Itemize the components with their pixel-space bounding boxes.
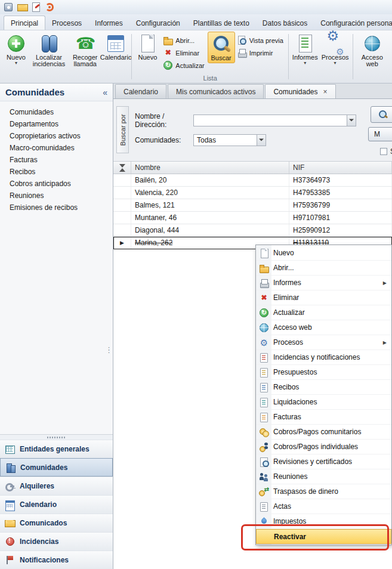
menu-item-impuestos[interactable]: Impuestos [256, 514, 391, 529]
menu-item-liquidaciones[interactable]: Liquidaciones [256, 395, 391, 410]
menu-item-reactivar[interactable]: Reactivar [256, 529, 391, 544]
menu-item-revisiones-y-certificados[interactable]: Revisiones y certificados [256, 454, 391, 469]
app-icon[interactable] [2, 1, 14, 13]
chevron-down-icon[interactable] [347, 115, 356, 126]
invoices-doc-icon [259, 412, 269, 422]
nav-notificaciones[interactable]: Notificaciones [0, 551, 113, 569]
gears-icon [326, 34, 345, 53]
budget-doc-icon [259, 367, 269, 378]
submenu-arrow-icon: ▶ [383, 340, 387, 345]
nuevo-lista-button[interactable]: Nuevo [134, 32, 161, 62]
nav-incidencias[interactable]: Incidencias [0, 532, 113, 551]
menu-item-label: Eliminar [273, 293, 299, 302]
sidebar-item-copropietarios-activos[interactable]: Copropietarios activos [0, 130, 113, 142]
sidebar-item-recibos[interactable]: Recibos [0, 166, 113, 178]
buscar-button[interactable]: Buscar [208, 32, 235, 63]
sidebar-item-comunidades[interactable]: Comunidades [0, 106, 113, 118]
sidebar-item-reuniones[interactable]: Reuniones [0, 190, 113, 202]
sidebar-item-facturas[interactable]: Facturas [0, 154, 113, 166]
cell-nif: H97107981 [289, 212, 392, 224]
collapse-sidebar-button[interactable]: « [103, 88, 107, 97]
sidebar-item-macro-comunidades[interactable]: Macro-comunidades [0, 142, 113, 154]
menu-item-actas[interactable]: Actas [256, 499, 391, 514]
eliminar-button[interactable]: Eliminar [161, 47, 207, 58]
ribbon-tab-principal[interactable]: Principal [4, 16, 45, 30]
more-button[interactable]: M [368, 127, 392, 141]
sidebar-item-cobros-anticipados[interactable]: Cobros anticipados [0, 178, 113, 190]
tab-calendario[interactable]: Calendario [115, 84, 166, 98]
localizar-incidencias-button[interactable]: Localizar incidencias [30, 32, 68, 69]
menu-item-cobros-pagos-comunitarios[interactable]: Cobros/Pagos comunitarios [256, 425, 391, 440]
menu-item-procesos[interactable]: Procesos▶ [256, 335, 391, 350]
menu-item-eliminar[interactable]: Eliminar [256, 290, 391, 305]
ribbon-tab-procesos[interactable]: Procesos [45, 16, 88, 30]
procesos-button[interactable]: Procesos ▾ [320, 32, 351, 66]
sidebar-item-departamentos[interactable]: Departamentos [0, 118, 113, 130]
table-row[interactable]: Balmes, 121H75936799 [113, 199, 392, 212]
close-tab-icon[interactable]: × [323, 89, 327, 95]
group-label [354, 74, 390, 83]
nav-calendario[interactable]: Calendario [0, 495, 113, 514]
menu-item-presupuestos[interactable]: Presupuestos [256, 365, 391, 380]
selector-column-header[interactable] [113, 162, 131, 174]
gears-icon [259, 338, 269, 348]
actualizar-button[interactable]: Actualizar [161, 60, 207, 71]
nav-gripper-handle[interactable] [0, 434, 113, 440]
ribbon-tab-configuracion[interactable]: Configuración [129, 16, 187, 30]
nav-comunicados[interactable]: Comunicados [0, 514, 113, 532]
ribbon-tab-informes[interactable]: Informes [88, 16, 129, 30]
menu-item-incidencias-y-notificaciones[interactable]: Incidencias y notificaciones [256, 350, 391, 365]
recoger-llamada-button[interactable]: Recoger llamada [68, 32, 102, 69]
column-header-nif[interactable]: NIF [289, 162, 392, 174]
abrir-button[interactable]: Abrir... [161, 35, 207, 46]
nuevo-button[interactable]: Nuevo ▾ [2, 32, 30, 66]
menu-item-label: Informes [273, 279, 301, 287]
mail-icon[interactable] [16, 1, 28, 13]
calendario-button[interactable]: Calendario [102, 32, 129, 62]
menu-item-traspasos-de-dinero[interactable]: Traspasos de dinero [256, 484, 391, 499]
sidebar-item-emisiones-de-recibos[interactable]: Emisiones de recibos [0, 202, 113, 214]
name-address-input[interactable] [194, 115, 347, 126]
menu-item-nuevo[interactable]: Nuevo [256, 246, 391, 261]
menu-item-actualizar[interactable]: Actualizar [256, 305, 391, 320]
menu-item-abrir[interactable]: Abrir... [256, 261, 391, 276]
menu-item-reuniones[interactable]: Reuniones [256, 469, 391, 484]
tab-label: Comunidades [273, 88, 317, 96]
nav-label: Entidades generales [20, 445, 89, 453]
spiral-icon[interactable] [44, 1, 55, 13]
nav-comunidades[interactable]: Comunidades [0, 458, 113, 477]
checkbox[interactable] [380, 148, 387, 155]
splitter-handle[interactable]: ⋮ [105, 347, 113, 352]
menu-item-cobros-pagos-individuales[interactable]: Cobros/Pagos individuales [256, 440, 391, 454]
column-header-nombre[interactable]: Nombre [131, 162, 289, 174]
menu-item-recibos[interactable]: Recibos [256, 380, 391, 395]
menu-item-label: Recibos [273, 383, 299, 391]
informes-button[interactable]: Informes ▾ [291, 32, 320, 66]
ribbon-tab-configuracion-personal[interactable]: Configuración personal [314, 16, 392, 30]
search-button[interactable] [371, 106, 392, 123]
nav-alquileres[interactable]: Alquileres [0, 477, 113, 495]
table-row[interactable]: Valencia, 220H47953385 [113, 187, 392, 199]
menu-item-facturas[interactable]: Facturas [256, 410, 391, 425]
note-icon[interactable] [30, 1, 42, 13]
cell-nombre: Diagonal, 444 [131, 224, 289, 236]
vista-previa-button[interactable]: Vista previa [235, 35, 286, 46]
menu-item-label: Procesos [273, 338, 303, 347]
menu-item-informes[interactable]: Informes▶ [256, 276, 391, 290]
acceso-web-button[interactable]: Acceso web [354, 32, 390, 69]
imprimir-button[interactable]: Imprimir [235, 47, 286, 58]
ribbon-tab-datos-basicos[interactable]: Datos básicos [256, 16, 314, 30]
tab-comunidades[interactable]: Comunidades× [265, 84, 335, 98]
chevron-down-icon[interactable] [257, 135, 266, 146]
nav-entidades-generales[interactable]: Entidades generales [0, 440, 113, 458]
communities-select[interactable]: Todas [193, 134, 266, 146]
menu-item-acceso-web[interactable]: Acceso web [256, 320, 391, 335]
button-label: Calendario [100, 54, 132, 61]
table-row[interactable]: Muntaner, 46H97107981 [113, 212, 392, 224]
ribbon-tab-plantillas-de-texto[interactable]: Plantillas de texto [187, 16, 256, 30]
solicitudes-checkbox[interactable]: Solic [380, 147, 392, 156]
table-row[interactable]: Bailén, 20H37364973 [113, 174, 392, 187]
ribbon-tabs: PrincipalProcesosInformesConfiguraciónPl… [0, 14, 392, 30]
table-row[interactable]: Diagonal, 444H25990912 [113, 224, 392, 237]
tab-mis-comunicados-activos[interactable]: Mis comunicados activos [168, 84, 264, 98]
